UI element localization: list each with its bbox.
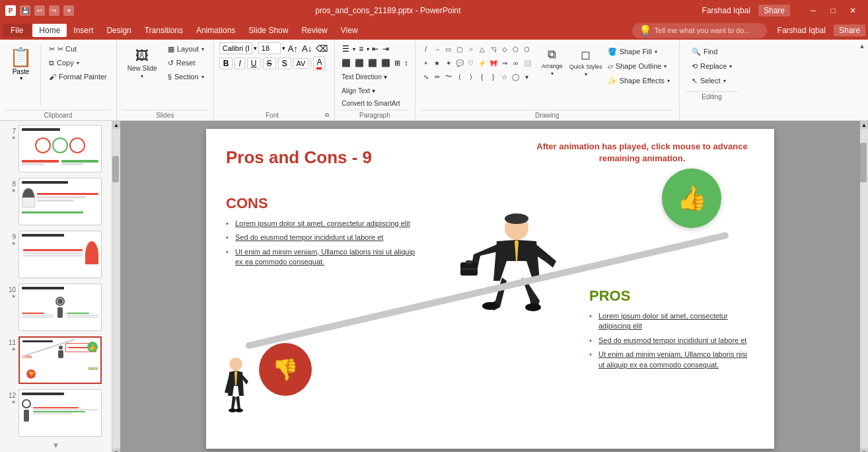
scroll-down-btn[interactable]: ▼ [112, 449, 120, 452]
canvas-scrollbar-right[interactable]: ▲ ▼ [860, 121, 868, 452]
shape-rounded[interactable]: ▢ [454, 44, 465, 54]
search-input[interactable] [655, 26, 760, 34]
right-scroll-down[interactable]: ▼ [860, 449, 868, 452]
menu-slideshow[interactable]: Slide Show [242, 24, 295, 37]
shape-pent[interactable]: ⬠ [511, 44, 521, 54]
right-scroll-up[interactable]: ▲ [860, 121, 868, 129]
increase-indent-button[interactable]: ⇥ [381, 43, 390, 55]
shape-more[interactable]: ▾ [522, 71, 532, 82]
italic-button[interactable]: I [235, 57, 244, 69]
shape-curve[interactable]: ∿ [421, 71, 431, 82]
menu-search-box[interactable]: 💡 [632, 23, 767, 38]
shape-equation[interactable]: ∞ [511, 57, 521, 68]
shape-rect[interactable]: ▭ [443, 44, 454, 54]
shape-plus[interactable]: + [421, 57, 431, 68]
select-button[interactable]: ↖ Select ▾ [688, 74, 736, 87]
char-spacing-button[interactable]: AV [293, 58, 309, 69]
scroll-up-btn[interactable]: ▲ [112, 121, 120, 129]
shape-callout[interactable]: 💬 [454, 57, 465, 68]
underline-button[interactable]: U [247, 57, 261, 69]
format-painter-button[interactable]: 🖌 Format Painter [45, 70, 111, 83]
slide-panel-scroll-down[interactable]: ▼ [3, 441, 109, 450]
shape-lightning[interactable]: ⚡ [477, 57, 488, 68]
menu-transitions[interactable]: Transitions [138, 24, 190, 37]
scroll-thumb[interactable] [112, 156, 119, 182]
font-color-button[interactable]: A [313, 56, 325, 71]
justify-button[interactable]: ⬛ [380, 57, 392, 69]
shape-outline-button[interactable]: ▱ Shape Outline ▾ [604, 59, 674, 73]
minimize-button[interactable]: ─ [803, 4, 823, 17]
text-direction-button[interactable]: Text Direction ▾ [340, 72, 388, 82]
shape-fill-button[interactable]: 🪣 Shape Fill ▾ [604, 45, 674, 58]
menu-insert[interactable]: Insert [67, 24, 100, 37]
slide-thumb-9[interactable]: 9 ★ [3, 229, 109, 280]
shape-effects-button[interactable]: ✨ Shape Effects ▾ [604, 74, 674, 87]
share-button[interactable]: Share [758, 5, 790, 17]
shape-line[interactable]: / [421, 44, 431, 54]
font-dialog-launcher[interactable]: ⧉ [325, 112, 329, 119]
share-header-button[interactable]: Share [834, 24, 865, 36]
shape-freeform[interactable]: ✏ [432, 71, 443, 82]
shape-tri[interactable]: △ [477, 44, 488, 54]
slide-thumb-10[interactable]: 10 ★ [3, 282, 109, 332]
copy-button[interactable]: ⧉ Copy ▾ [45, 56, 111, 69]
slide-thumb-7[interactable]: 7 ★ [3, 124, 109, 174]
section-button[interactable]: § Section ▾ [164, 70, 208, 83]
close-button[interactable]: ✕ [843, 4, 863, 17]
slide-canvas[interactable]: After animation has played, click mouse … [206, 129, 774, 449]
shape-hex[interactable]: ⬡ [522, 44, 532, 54]
increase-font-button[interactable]: A↑ [287, 43, 299, 54]
shape-flowchart[interactable]: ⬜ [522, 57, 532, 68]
shape-misc5[interactable]: ◯ [511, 71, 521, 82]
shape-block-arrow[interactable]: ⇒ [499, 57, 510, 68]
menu-file[interactable]: File [3, 24, 31, 37]
bold-button[interactable]: B [219, 57, 233, 69]
shape-rtri[interactable]: ◹ [488, 44, 499, 54]
shape-star5[interactable]: ★ [432, 57, 443, 68]
shape-star6[interactable]: ✶ [443, 57, 454, 68]
align-right-button[interactable]: ⬛ [367, 57, 379, 69]
slide-thumb-12[interactable]: 12 ★ [3, 388, 109, 438]
font-name-input[interactable] [219, 42, 252, 54]
menu-animations[interactable]: Animations [190, 24, 242, 37]
menu-home[interactable]: Home [32, 24, 67, 37]
align-center-button[interactable]: ⬛ [353, 57, 365, 69]
find-button[interactable]: 🔍 Find [688, 45, 736, 58]
reset-button[interactable]: ↺ Reset [164, 56, 208, 69]
shape-diamond[interactable]: ◇ [499, 44, 510, 54]
replace-button[interactable]: ⟲ Replace ▾ [688, 59, 736, 73]
shape-oval[interactable]: ○ [466, 44, 476, 54]
shape-scribble[interactable]: 〜 [443, 71, 454, 82]
maximize-button[interactable]: □ [823, 4, 843, 17]
paste-button[interactable]: 📋 Paste ▾ [5, 42, 36, 85]
right-scroll-thumb[interactable] [860, 143, 867, 182]
customize-qat-button[interactable]: ▾ [63, 5, 74, 16]
clear-format-button[interactable]: ⌫ [314, 43, 329, 54]
bullets-button[interactable]: ☰ [340, 42, 351, 56]
shape-arrow[interactable]: → [432, 44, 443, 54]
align-left-button[interactable]: ⬛ [340, 57, 352, 69]
slide-thumb-11[interactable]: 11 ★ [3, 335, 109, 385]
shape-ribbon[interactable]: 🎀 [488, 57, 499, 68]
decrease-font-button[interactable]: A↓ [301, 43, 313, 54]
quick-styles-button[interactable]: ◻ Quick Styles ▾ [569, 42, 602, 82]
arrange-button[interactable]: ⧉ Arrange ▾ [536, 42, 568, 82]
save-button[interactable]: 💾 [20, 5, 30, 16]
redo-button[interactable]: ↪ [49, 5, 59, 16]
menu-view[interactable]: View [334, 24, 365, 37]
shape-misc4[interactable]: ☆ [499, 71, 510, 82]
decrease-indent-button[interactable]: ⇤ [371, 43, 380, 55]
canvas-scrollbar-left[interactable]: ▲ ▼ [112, 121, 120, 452]
shape-bracket[interactable]: { [477, 71, 488, 82]
new-slide-button[interactable]: 🖼 New Slide ▾ [122, 42, 163, 85]
shape-misc3[interactable]: } [488, 71, 499, 82]
shape-heart[interactable]: ♡ [466, 57, 476, 68]
shape-misc2[interactable]: ⟩ [466, 71, 476, 82]
line-spacing-button[interactable]: ↕ [403, 57, 410, 68]
layout-button[interactable]: ▦ Layout ▾ [164, 42, 208, 56]
strikethrough-button[interactable]: S [263, 57, 276, 69]
undo-button[interactable]: ↩ [34, 5, 45, 16]
shape-misc1[interactable]: ⟨ [454, 71, 465, 82]
shadow-button[interactable]: S [278, 57, 291, 69]
align-text-button[interactable]: Align Text ▾ [340, 86, 377, 96]
